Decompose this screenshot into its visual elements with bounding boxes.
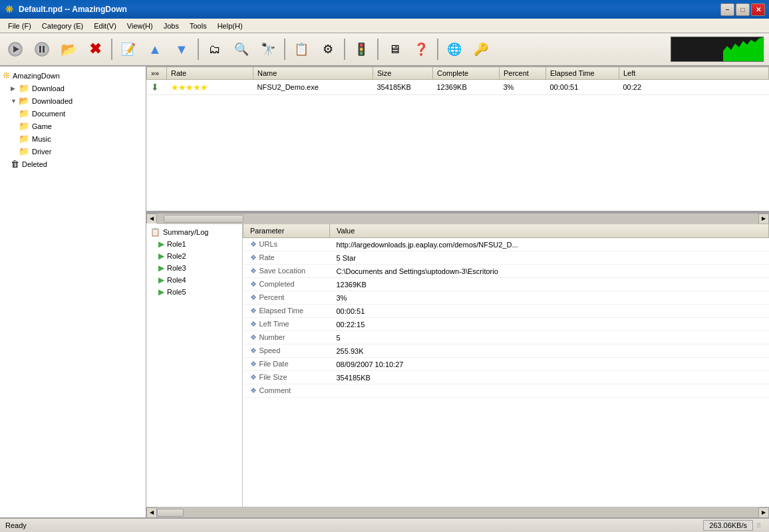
sidebar-item-driver[interactable]: 📁 Driver xyxy=(0,145,146,158)
folder-icon: 📁 xyxy=(19,121,29,131)
monitor-button[interactable]: 🖥 xyxy=(382,37,407,62)
menu-category[interactable]: Category (E) xyxy=(37,21,88,31)
percent-header[interactable]: Percent xyxy=(500,67,546,80)
complete-header[interactable]: Complete xyxy=(433,67,500,80)
search-button[interactable]: 🔍 xyxy=(229,37,254,62)
log-role2[interactable]: ▶ Role2 xyxy=(146,250,242,262)
log-role1-label: Role1 xyxy=(167,240,186,248)
details-value: 00:00:51 xyxy=(330,305,769,318)
sidebar-root[interactable]: ❊ AmazingDown xyxy=(0,69,146,82)
edit-button[interactable]: 📝 xyxy=(116,37,141,62)
left-header[interactable]: Left xyxy=(619,67,769,80)
details-param: ❖Save Location xyxy=(243,265,330,278)
details-scrollbar[interactable]: ◀ ▶ xyxy=(146,507,769,517)
sidebar: ❊ AmazingDown ▶ 📁 Download ▼ 📂 Downloade… xyxy=(0,66,146,517)
delete-button[interactable]: ✖ xyxy=(82,37,108,62)
table-row[interactable]: ⬇ ★★★★★ NFSU2_Demo.exe 354185KB 12369KB … xyxy=(147,80,769,95)
details-table: Parameter Value ❖URLshttp://largedownloa… xyxy=(243,223,769,398)
maximize-button[interactable]: □ xyxy=(736,3,750,16)
sidebar-item-deleted[interactable]: 🗑 Deleted xyxy=(0,158,146,170)
details-value: 5 xyxy=(330,331,769,344)
log-summary-label: Summary/Log xyxy=(163,228,208,236)
log-role4-label: Role4 xyxy=(167,276,186,284)
log-role4[interactable]: ▶ Role4 xyxy=(146,274,242,286)
network-graph xyxy=(723,37,763,61)
pause-button[interactable] xyxy=(29,37,55,62)
menu-view[interactable]: View(H) xyxy=(122,21,158,31)
menu-edit[interactable]: Edit(V) xyxy=(88,21,122,31)
sidebar-music-label: Music xyxy=(32,135,51,143)
scroll-left-button[interactable]: ◀ xyxy=(146,213,157,224)
status-speed: 263.06KB/s xyxy=(703,520,753,531)
details-scroll-track[interactable] xyxy=(157,507,758,518)
arrow-header[interactable]: »» xyxy=(147,67,167,80)
toolbar-sep-3 xyxy=(284,39,285,60)
horizontal-scrollbar[interactable]: ◀ ▶ xyxy=(146,213,769,223)
file-list-area[interactable]: »» Rate Name Size Complete xyxy=(146,66,769,213)
elapsed-header[interactable]: Elapsed Time xyxy=(546,67,619,80)
open-button[interactable]: 📂 xyxy=(56,37,81,62)
details-value: 00:22:15 xyxy=(330,318,769,331)
sidebar-item-download[interactable]: ▶ 📁 Download xyxy=(0,82,146,94)
name-header[interactable]: Name xyxy=(253,67,373,80)
close-button[interactable]: ✕ xyxy=(751,3,765,16)
details-row: ❖Speed255.93K xyxy=(243,344,769,358)
details-scroll-right[interactable]: ▶ xyxy=(758,507,769,518)
menu-help[interactable]: Help(H) xyxy=(212,21,248,31)
rate-header[interactable]: Rate xyxy=(167,67,253,80)
traffic-button[interactable]: 🚦 xyxy=(349,37,374,62)
copy-button[interactable]: 📋 xyxy=(289,37,314,62)
down-button[interactable]: ▼ xyxy=(169,37,194,62)
toolbar: 📂 ✖ 📝 ▲ ▼ 🗂 🔍 🔭 📋 ⚙ 🚦 🖥 ❓ 🌐 🔑 xyxy=(0,33,769,66)
details-row: ❖File Size354185KB xyxy=(243,371,769,384)
row-name: NFSU2_Demo.exe xyxy=(253,80,373,95)
scroll-thumb[interactable] xyxy=(164,215,243,223)
log-panel: 📋 Summary/Log ▶ Role1 ▶ Role2 ▶ Role3 ▶ xyxy=(146,223,243,507)
size-header[interactable]: Size xyxy=(373,67,433,80)
details-scroll-left[interactable]: ◀ xyxy=(146,507,157,518)
toolbar-sep-1 xyxy=(111,39,112,60)
details-row: ❖Rate5 Star xyxy=(243,251,769,265)
up-button[interactable]: ▲ xyxy=(142,37,168,62)
details-param: ❖Elapsed Time xyxy=(243,305,330,318)
expand-icon: ▶ xyxy=(11,85,19,92)
toolbar-sep-4 xyxy=(344,39,345,60)
bullet-icon: ❖ xyxy=(250,333,257,341)
app-icon: ❊ xyxy=(4,4,15,15)
minimize-button[interactable]: – xyxy=(720,3,734,16)
play-button[interactable] xyxy=(3,37,28,62)
log-role5[interactable]: ▶ Role5 xyxy=(146,286,242,298)
menu-bar: File (F) Category (E) Edit(V) View(H) Jo… xyxy=(0,19,769,33)
menu-file[interactable]: File (F) xyxy=(3,21,37,31)
bottom-panel: 📋 Summary/Log ▶ Role1 ▶ Role2 ▶ Role3 ▶ xyxy=(146,223,769,507)
bullet-icon: ❖ xyxy=(250,253,257,261)
settings-button[interactable]: ⚙ xyxy=(315,37,341,62)
details-row: ❖Comment xyxy=(243,384,769,398)
menu-tools[interactable]: Tools xyxy=(184,21,212,31)
log-summary-root[interactable]: 📋 Summary/Log xyxy=(146,226,242,238)
log-role1-icon: ▶ xyxy=(158,239,164,249)
sidebar-item-game[interactable]: 📁 Game xyxy=(0,120,146,132)
bullet-icon: ❖ xyxy=(250,280,257,288)
details-param: ❖URLs xyxy=(243,238,330,251)
folder-button[interactable]: 🗂 xyxy=(202,37,228,62)
key-button[interactable]: 🔑 xyxy=(468,37,494,62)
log-role1[interactable]: ▶ Role1 xyxy=(146,238,242,250)
details-scroll-thumb[interactable] xyxy=(157,509,184,517)
bullet-icon: ❖ xyxy=(250,307,257,315)
details-value: 12369KB xyxy=(330,278,769,291)
details-row: ❖Completed12369KB xyxy=(243,278,769,291)
binoculars-button[interactable]: 🔭 xyxy=(255,37,281,62)
sidebar-item-downloaded[interactable]: ▼ 📂 Downloaded xyxy=(0,94,146,107)
scroll-track[interactable] xyxy=(157,213,758,224)
sidebar-item-document[interactable]: 📁 Document xyxy=(0,107,146,120)
menu-jobs[interactable]: Jobs xyxy=(158,21,184,31)
globe-button[interactable]: 🌐 xyxy=(442,37,467,62)
sidebar-item-music[interactable]: 📁 Music xyxy=(0,132,146,145)
log-role3[interactable]: ▶ Role3 xyxy=(146,262,242,274)
row-complete: 12369KB xyxy=(433,80,500,95)
help-button[interactable]: ❓ xyxy=(408,37,434,62)
value-col-header: Value xyxy=(330,224,769,238)
scroll-right-button[interactable]: ▶ xyxy=(758,213,769,224)
log-role5-icon: ▶ xyxy=(158,287,164,297)
